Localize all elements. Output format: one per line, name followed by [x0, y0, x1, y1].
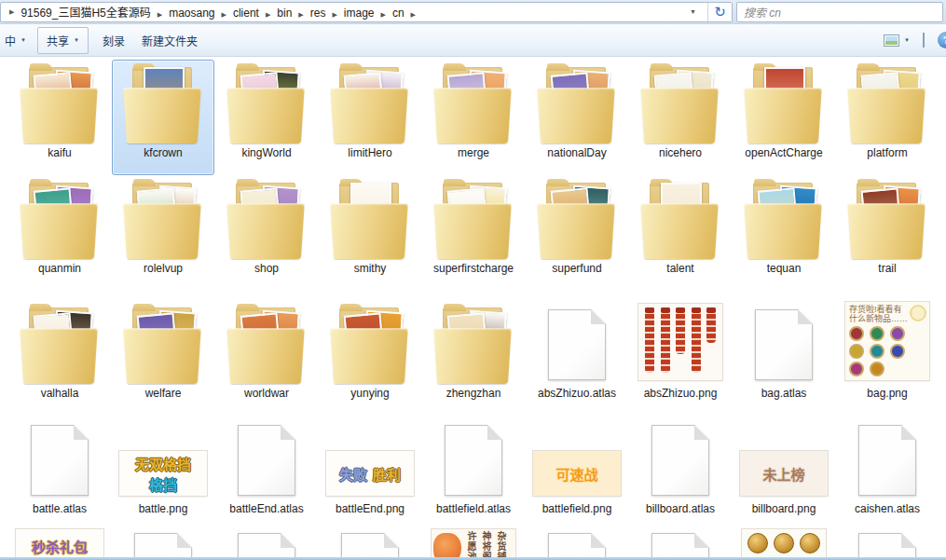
blank-file-icon [238, 425, 295, 496]
new-folder-button[interactable]: 新建文件夹 [133, 28, 206, 53]
bag-item-circle [849, 344, 864, 359]
search-input[interactable]: 搜索 cn [736, 2, 943, 22]
breadcrumb-separator[interactable]: ▶ [221, 11, 227, 18]
blank-file-icon [651, 425, 709, 496]
breadcrumb-segment[interactable]: cn [387, 7, 410, 20]
file-item-abszhizuo-atlas[interactable]: absZhizuo.atlas [526, 300, 628, 416]
breadcrumb-segment[interactable]: 91569_三国猫H5全套源码 [15, 7, 156, 20]
folder-item-kaifu[interactable]: kaifu [8, 60, 111, 175]
file-item-billboard-png[interactable]: 未上榜billboard.png [733, 416, 835, 524]
folder-item-tequan[interactable]: tequan [733, 175, 835, 300]
file-item-battle-atlas[interactable]: battle.atlas [8, 416, 111, 524]
bag-sun-circle [910, 305, 926, 321]
file-icon [632, 418, 729, 500]
include-in-library-button[interactable]: 中 ▼ [0, 28, 32, 53]
folder-item-openactcharge[interactable]: openActCharge [733, 60, 835, 175]
folder-item-superfirstcharge[interactable]: superfirstcharge [422, 175, 525, 300]
breadcrumb-separator[interactable]: ▶ [297, 11, 304, 18]
folder-item-rolelvup[interactable]: rolelvup [112, 175, 214, 300]
file-item-battleend-atlas[interactable]: battleEnd.atlas [215, 416, 318, 524]
blank-file-icon [858, 425, 916, 496]
file-item-battlefield-atlas[interactable]: battlefield.atlas [422, 416, 525, 524]
file-page-fold [281, 425, 295, 440]
file-page-fold [487, 425, 502, 440]
folder-item-nationalday[interactable]: nationalDay [526, 60, 628, 175]
folder-front [123, 88, 201, 143]
file-page-fold [177, 533, 192, 548]
folder-item-welfare[interactable]: welfare [112, 300, 214, 416]
folder-item-kingworld[interactable]: kingWorld [215, 60, 318, 175]
folder-item-worldwar[interactable]: worldwar [215, 300, 318, 416]
bag-item-circle [849, 362, 864, 376]
file-item[interactable] [629, 524, 732, 557]
file-item-bag-png[interactable]: 存货啦!看看有什么新物品……bag.png [836, 300, 939, 416]
file-item[interactable]: 许愿池竞神将阁铁杂货铺英 [422, 524, 525, 557]
file-item-billboard-atlas[interactable]: billboard.atlas [629, 416, 732, 524]
file-icon [322, 526, 418, 557]
file-item[interactable] [319, 524, 421, 557]
firecracker-string [706, 307, 716, 343]
firecracker-string [661, 307, 670, 373]
help-button[interactable]: ? [938, 32, 946, 48]
folder-item-superfund[interactable]: superfund [526, 175, 628, 300]
folder-glyph: 酒店VIP [325, 303, 415, 385]
folder-item-valhalla[interactable]: 师valhalla [8, 300, 111, 416]
file-item[interactable] [526, 524, 628, 557]
file-item[interactable]: 秒杀礼包 [8, 524, 111, 557]
folder-item-yunying[interactable]: 酒店VIPyunying [319, 300, 421, 416]
file-item[interactable] [215, 524, 318, 557]
file-item-caishen-atlas[interactable]: caishen.atlas [836, 416, 939, 524]
file-item-bag-atlas[interactable]: bag.atlas [733, 300, 835, 416]
folder-item-kfcrown[interactable]: kfcrown [112, 60, 214, 175]
file-item[interactable] [112, 524, 214, 557]
art-text-line: 失败 [339, 464, 367, 484]
file-item[interactable] [836, 524, 939, 557]
folder-item-shop[interactable]: shop [215, 175, 318, 300]
file-item-abszhizuo-png[interactable]: absZhizuo.png [629, 300, 732, 416]
preview-pane-button[interactable] [923, 34, 925, 47]
breadcrumb-segment[interactable]: client [227, 7, 265, 20]
folder-item-talent[interactable]: talent [629, 175, 732, 300]
folder-item-trail[interactable]: trail [836, 175, 939, 300]
breadcrumb-segment[interactable]: res [305, 7, 332, 20]
blank-file-icon [548, 533, 606, 557]
refresh-button[interactable]: ↻ [707, 3, 732, 21]
breadcrumb-separator[interactable]: ▶ [410, 11, 417, 18]
folder-item-limithero[interactable]: limitHero [319, 60, 421, 175]
breadcrumb-separator[interactable]: ▶ [331, 11, 337, 18]
breadcrumb-path[interactable]: ▶ 91569_三国猫H5全套源码▶maosang▶client▶bin▶res… [1, 3, 707, 21]
share-button[interactable]: 共享 ▼ [37, 27, 89, 54]
folder-item-smithy[interactable]: 大师smithy [319, 175, 421, 300]
file-item-battleend-png[interactable]: 失败胜利battleEnd.png [319, 416, 421, 524]
breadcrumb-segment[interactable]: maosang [163, 7, 220, 20]
item-label: trail [878, 262, 896, 275]
folder-icon [11, 62, 108, 144]
item-label: kingWorld [241, 146, 291, 159]
address-dropdown-arrow[interactable]: ▼ [682, 8, 704, 15]
item-label: battleEnd.png [336, 502, 404, 515]
folder-item-platform[interactable]: platform [836, 60, 939, 175]
firecracker-string [692, 307, 701, 373]
chevron-right-icon: ▶ [5, 8, 15, 16]
folder-glyph [429, 178, 518, 260]
folder-front [20, 328, 98, 384]
folder-item-nicehero[interactable]: nicehero [629, 60, 732, 175]
art-text-line: 胜利 [373, 464, 401, 484]
breadcrumb-segment[interactable]: image [338, 7, 380, 20]
blank-file-icon [858, 533, 916, 557]
folder-item-quanmin[interactable]: quanmin [8, 175, 111, 300]
file-item-battlefield-png[interactable]: 可速战battlefield.png [526, 416, 628, 524]
breadcrumb-segment[interactable]: bin [271, 7, 297, 20]
file-item[interactable] [733, 524, 835, 557]
views-icon [884, 34, 899, 47]
folder-glyph [222, 303, 311, 385]
folder-icon [218, 303, 315, 385]
change-view-button[interactable]: ▼ [884, 34, 910, 47]
folder-item-merge[interactable]: merge [422, 60, 525, 175]
folder-front [640, 88, 719, 143]
breadcrumb-separator[interactable]: ▶ [380, 11, 387, 18]
burn-button[interactable]: 刻录 [94, 28, 133, 53]
folder-item-zhengzhan[interactable]: zhengzhan [422, 300, 525, 416]
file-item-battle-png[interactable]: 无双格挡格挡battle.png [112, 416, 214, 524]
folder-front [226, 88, 305, 143]
